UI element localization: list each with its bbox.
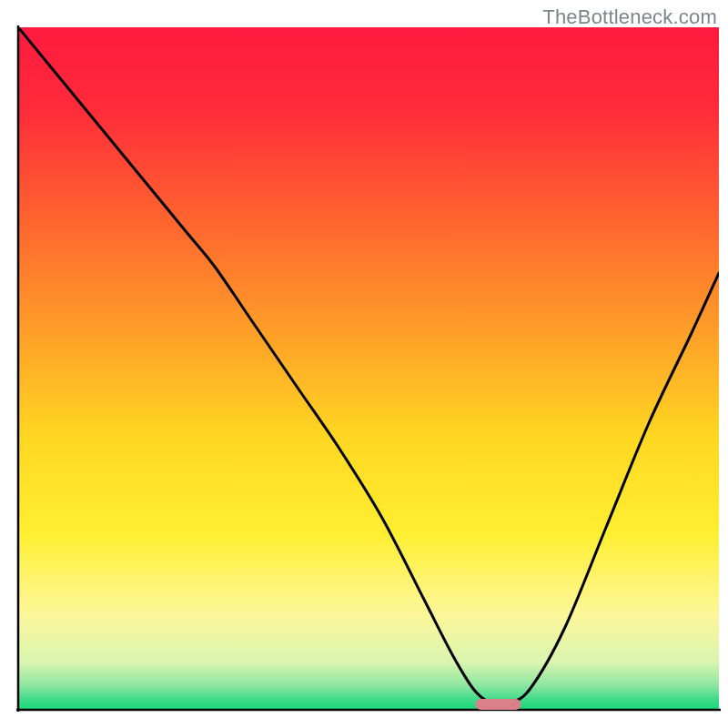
optimal-marker [475,699,521,710]
chart-svg [0,0,728,728]
chart-container: TheBottleneck.com [0,0,728,728]
gradient-background [18,27,719,710]
